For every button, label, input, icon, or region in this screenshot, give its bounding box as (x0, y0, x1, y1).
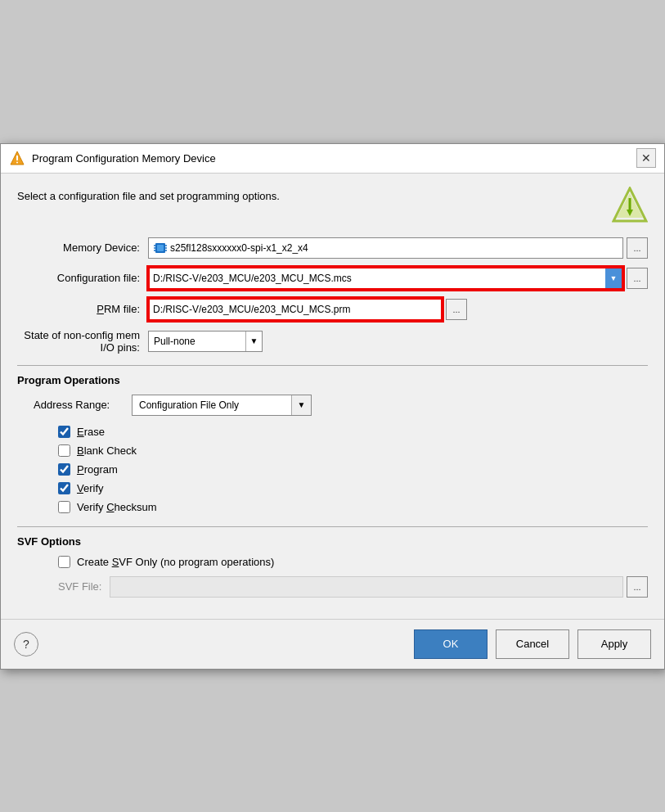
state-row: State of non-config mem I/O pins: Pull-n… (17, 329, 648, 354)
config-file-label: Configuration file: (17, 272, 148, 284)
blank-check-checkbox-row: Blank Check (58, 444, 648, 457)
title-bar-left: Program Configuration Memory Device (9, 150, 216, 166)
address-range-dropdown[interactable]: Configuration File Only ▼ (132, 395, 312, 416)
config-file-input-wrapper: ▼ (148, 267, 623, 290)
address-range-value: Configuration File Only (133, 398, 291, 413)
svg-point-2 (16, 162, 18, 164)
erase-label[interactable]: Erase (77, 426, 105, 438)
prm-file-input-wrapper (148, 298, 443, 321)
memory-device-label: Memory Device: (17, 241, 148, 254)
config-file-row: Configuration file: ▼ ... (17, 267, 648, 290)
close-button[interactable]: ✕ (636, 148, 656, 168)
create-svf-checkbox[interactable] (58, 556, 70, 568)
prm-file-input[interactable] (150, 300, 441, 319)
ok-button[interactable]: OK (414, 629, 488, 659)
config-file-dropdown-icon[interactable]: ▼ (605, 268, 622, 288)
blank-check-checkbox[interactable] (58, 444, 70, 457)
state-value: Pull-none (149, 334, 245, 349)
program-ops-section: Program Operations Address Range: Config… (17, 374, 648, 513)
app-logo-icon (9, 150, 25, 166)
cancel-button[interactable]: Cancel (496, 629, 569, 659)
address-range-label: Address Range: (34, 399, 132, 411)
vivado-logo-icon (612, 187, 648, 223)
program-checkbox[interactable] (58, 463, 70, 476)
verify-checkbox[interactable] (58, 482, 70, 494)
dialog-title: Program Configuration Memory Device (32, 152, 216, 165)
address-range-row: Address Range: Configuration File Only ▼ (34, 395, 648, 416)
state-dropdown-arrow[interactable]: ▼ (245, 332, 262, 351)
svf-options-title: SVF Options (17, 535, 648, 548)
footer-left: ? (14, 632, 38, 656)
verify-checkbox-row: Verify (58, 482, 648, 494)
program-ops-title: Program Operations (17, 374, 648, 386)
state-dropdown[interactable]: Pull-none ▼ (148, 331, 263, 352)
memory-device-input-group: s25fl128sxxxxxx0-spi-x1_x2_x4 ... (148, 237, 648, 259)
verify-checksum-label[interactable]: Verify Checksum (77, 501, 157, 513)
memory-device-display: s25fl128sxxxxxx0-spi-x1_x2_x4 (148, 237, 623, 259)
prm-file-label: PRM file: (17, 303, 148, 315)
memory-device-value: s25fl128sxxxxxx0-spi-x1_x2_x4 (170, 242, 308, 254)
program-checkbox-row: Program (58, 463, 648, 476)
dialog-body: Select a configuration file and set prog… (1, 174, 664, 619)
address-range-arrow[interactable]: ▼ (291, 395, 311, 415)
description-text: Select a configuration file and set prog… (17, 187, 280, 202)
prm-file-browse-button[interactable]: ... (446, 299, 467, 320)
create-svf-label[interactable]: Create SVF Only (no program operations) (77, 556, 274, 568)
title-bar: Program Configuration Memory Device ✕ (1, 144, 664, 174)
config-file-input[interactable] (150, 268, 605, 288)
svf-options-divider (17, 526, 648, 527)
program-ops-divider (17, 365, 648, 366)
blank-check-label[interactable]: Blank Check (77, 444, 137, 457)
svg-rect-8 (157, 245, 164, 251)
state-label: State of non-config mem I/O pins: (17, 329, 148, 354)
memory-chip-icon (154, 241, 167, 255)
create-svf-checkbox-row: Create SVF Only (no program operations) (58, 556, 648, 568)
dialog-footer: ? OK Cancel Apply (1, 619, 664, 669)
svf-file-label: SVF File: (58, 580, 101, 593)
prm-file-row: PRM file: ... (17, 298, 648, 321)
svf-file-input[interactable] (110, 576, 623, 598)
svf-file-row: SVF File: ... (58, 576, 648, 598)
memory-device-browse-button[interactable]: ... (627, 237, 648, 259)
erase-checkbox-row: Erase (58, 426, 648, 438)
verify-label[interactable]: Verify (77, 482, 104, 494)
verify-checksum-checkbox-row: Verify Checksum (58, 501, 648, 513)
verify-checksum-checkbox[interactable] (58, 501, 70, 513)
prm-file-input-group: ... (148, 298, 648, 321)
program-config-dialog: Program Configuration Memory Device ✕ Se… (0, 143, 665, 670)
description-row: Select a configuration file and set prog… (17, 187, 648, 223)
svf-file-browse-button[interactable]: ... (627, 576, 648, 598)
svf-options-section: SVF Options Create SVF Only (no program … (17, 535, 648, 598)
config-file-input-group: ▼ ... (148, 267, 648, 290)
erase-checkbox[interactable] (58, 426, 70, 438)
apply-button[interactable]: Apply (577, 629, 651, 659)
config-file-browse-button[interactable]: ... (627, 268, 648, 289)
program-label[interactable]: Program (77, 463, 118, 476)
footer-right: OK Cancel Apply (414, 629, 651, 659)
help-button[interactable]: ? (14, 632, 38, 656)
memory-device-row: Memory Device: s25fl128sxxxxxx0-spi-x1_x… (17, 237, 648, 259)
